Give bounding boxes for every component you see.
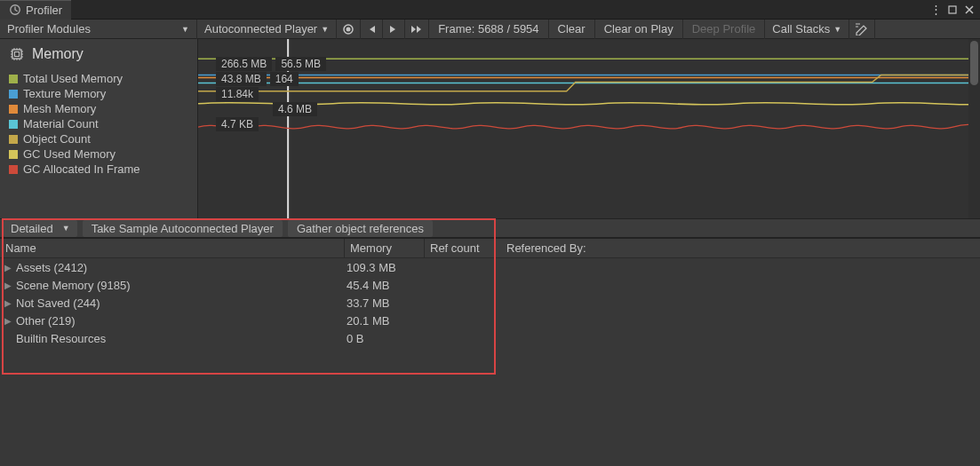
close-icon[interactable] <box>963 4 976 16</box>
target-dropdown[interactable]: Autoconnected Player ▼ <box>197 20 337 39</box>
legend-item[interactable]: GC Used Memory <box>9 146 188 162</box>
window-controls: ⋮ <box>925 4 980 16</box>
tree-row[interactable]: ▶Assets (2412)109.3 MB <box>0 258 498 276</box>
row-name: Other (219) <box>12 314 347 328</box>
tree-row[interactable]: ▶Not Saved (244)33.7 MB <box>0 294 498 312</box>
tree-row[interactable]: Builtin Resources0 B <box>0 329 498 347</box>
svg-rect-4 <box>12 50 21 59</box>
legend: Total Used MemoryTexture MemoryMesh Memo… <box>0 69 197 178</box>
expand-icon[interactable]: ▶ <box>0 316 12 326</box>
row-memory: 0 B <box>347 332 498 345</box>
legend-item[interactable]: Object Count <box>9 131 188 146</box>
tree-row[interactable]: ▶Scene Memory (9185)45.4 MB <box>0 276 498 294</box>
tree-rows: ▶Assets (2412)109.3 MB▶Scene Memory (918… <box>0 258 498 347</box>
row-memory: 109.3 MB <box>347 261 498 274</box>
detail-mode-dropdown[interactable]: Detailed ▼ <box>4 220 77 237</box>
column-refcount[interactable]: Ref count <box>425 239 498 257</box>
chart-overlay-labels: 266.5 MB56.5 MB43.8 MB16411.84k4.6 MB4.7… <box>216 57 326 132</box>
current-frame-button[interactable] <box>405 20 429 39</box>
row-name: Scene Memory (9185) <box>12 279 347 292</box>
expand-icon[interactable]: ▶ <box>0 280 12 290</box>
column-memory[interactable]: Memory <box>345 239 425 257</box>
chart-value-label: 4.6 MB <box>273 102 317 116</box>
target-label: Autoconnected Player <box>204 22 317 36</box>
expand-icon[interactable]: ▶ <box>0 298 12 308</box>
profiler-tab[interactable]: Profiler <box>0 0 71 20</box>
legend-label: Texture Memory <box>23 87 106 100</box>
row-name: Assets (2412) <box>12 261 347 274</box>
chart-value-label: 56.5 MB <box>275 57 326 71</box>
call-stacks-dropdown[interactable]: Call Stacks ▼ <box>765 20 849 39</box>
row-memory: 20.1 MB <box>347 314 498 328</box>
legend-swatch <box>9 150 18 159</box>
profiler-modules-dropdown[interactable]: Profiler Modules ▼ <box>0 20 197 39</box>
legend-item[interactable]: GC Allocated In Frame <box>9 162 188 177</box>
legend-label: Total Used Memory <box>23 72 123 85</box>
memory-chart[interactable]: 266.5 MB56.5 MB43.8 MB16411.84k4.6 MB4.7… <box>198 39 980 218</box>
memory-icon <box>9 46 25 62</box>
profiler-icon <box>9 4 21 16</box>
frame-back-button[interactable] <box>361 20 383 39</box>
tree-row[interactable]: ▶Other (219)20.1 MB <box>0 312 498 329</box>
legend-item[interactable]: Mesh Memory <box>9 101 188 116</box>
frame-counter: Frame: 5688 / 5954 <box>429 20 548 39</box>
chart-value-label: 4.7 KB <box>216 117 259 131</box>
memory-module-header[interactable]: Memory <box>0 39 197 69</box>
svg-rect-1 <box>949 6 956 13</box>
memory-tree-pane: Name Memory Ref count ▶Assets (2412)109.… <box>0 239 498 347</box>
clear-button[interactable]: Clear <box>549 20 595 39</box>
legend-swatch <box>9 75 18 83</box>
chevron-down-icon: ▼ <box>62 224 70 233</box>
take-sample-button[interactable]: Take Sample Autoconnected Player <box>83 220 283 237</box>
chart-value-label: 164 <box>270 72 299 86</box>
deep-profile-button[interactable]: Deep Profile <box>683 20 766 39</box>
row-memory: 33.7 MB <box>347 296 498 310</box>
row-memory: 45.4 MB <box>347 279 498 292</box>
chart-scrollbar[interactable] <box>968 39 980 218</box>
svg-point-3 <box>347 27 351 31</box>
chart-value-label: 43.8 MB <box>216 72 267 86</box>
legend-label: Material Count <box>23 117 99 130</box>
module-title: Memory <box>32 46 84 62</box>
referenced-by-pane: Referenced By: <box>498 239 980 347</box>
row-name: Not Saved (244) <box>12 296 347 310</box>
legend-label: Object Count <box>23 132 91 146</box>
chart-value-label: 11.84k <box>216 87 259 101</box>
window-menu-icon[interactable]: ⋮ <box>929 4 942 16</box>
context-menu-button[interactable] <box>849 20 875 39</box>
chevron-down-icon: ▼ <box>321 25 329 34</box>
svg-rect-5 <box>15 52 20 57</box>
frame-forward-button[interactable] <box>383 20 405 39</box>
clear-on-play-button[interactable]: Clear on Play <box>595 20 683 39</box>
legend-swatch <box>9 90 18 99</box>
modules-label: Profiler Modules <box>7 22 91 36</box>
gather-references-button[interactable]: Gather object references <box>288 220 433 237</box>
toolbar: Profiler Modules ▼ Autoconnected Player … <box>0 20 980 39</box>
tab-title: Profiler <box>26 4 62 17</box>
record-button[interactable] <box>337 20 361 39</box>
legend-item[interactable]: Total Used Memory <box>9 71 188 86</box>
chevron-down-icon: ▼ <box>833 25 841 34</box>
module-sidebar: Memory Total Used MemoryTexture MemoryMe… <box>0 39 198 218</box>
maximize-icon[interactable] <box>946 4 959 16</box>
legend-item[interactable]: Material Count <box>9 116 188 131</box>
row-name: Builtin Resources <box>12 332 347 345</box>
legend-swatch <box>9 105 18 114</box>
detail-toolbar: Detailed ▼ Take Sample Autoconnected Pla… <box>0 218 980 238</box>
legend-swatch <box>9 120 18 129</box>
column-name[interactable]: Name <box>0 239 345 257</box>
chart-value-label: 266.5 MB <box>216 57 272 71</box>
legend-label: Mesh Memory <box>23 102 96 115</box>
legend-item[interactable]: Texture Memory <box>9 86 188 101</box>
legend-label: GC Allocated In Frame <box>23 162 140 176</box>
referenced-by-header: Referenced By: <box>498 239 980 258</box>
legend-swatch <box>9 165 18 174</box>
titlebar: Profiler ⋮ <box>0 0 980 20</box>
legend-swatch <box>9 135 18 144</box>
legend-label: GC Used Memory <box>23 147 116 161</box>
chevron-down-icon: ▼ <box>181 25 189 34</box>
expand-icon[interactable]: ▶ <box>0 263 12 272</box>
